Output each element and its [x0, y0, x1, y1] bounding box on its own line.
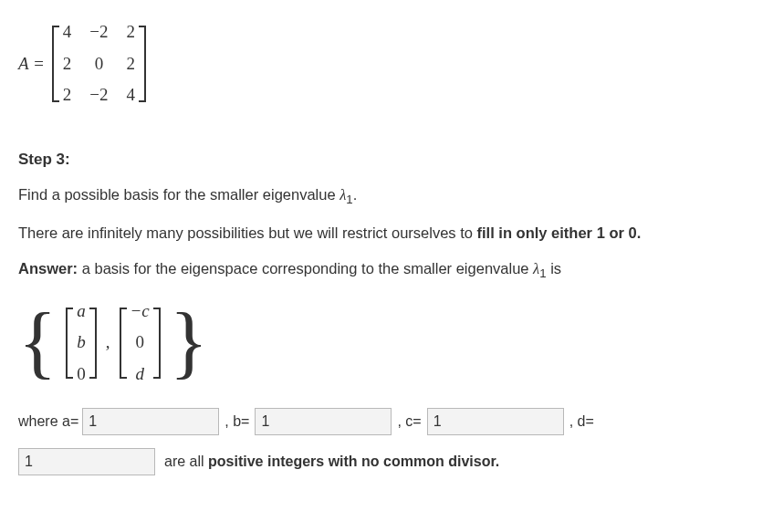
matrix-A: 4 −2 2 2 0 2 2 −2 4 — [52, 16, 146, 111]
entry: d — [121, 359, 159, 391]
answer-label: Answer: — [18, 260, 78, 276]
text-bold: fill in only either 1 or 0. — [477, 224, 642, 241]
matrix-lhs: A = — [18, 51, 45, 78]
answer-line: Answer: a basis for the eigenspace corre… — [18, 257, 755, 283]
entry: a — [68, 296, 95, 328]
input-row: where a= , b= , c= , d= — [18, 408, 755, 435]
right-bracket-icon — [159, 308, 161, 379]
right-bracket-icon — [95, 308, 97, 379]
step-title: Step 3: — [18, 148, 755, 172]
cell: 4 — [54, 16, 81, 48]
right-brace-icon: } — [170, 308, 208, 377]
cell: −2 — [80, 16, 117, 48]
text: a basis for the eigenspace corresponding… — [78, 260, 533, 276]
text: Find a possible basis for the smaller ei… — [18, 186, 339, 203]
comma: , — [106, 329, 110, 356]
left-brace-icon: { — [18, 308, 57, 377]
cell: −2 — [80, 79, 117, 111]
input-b[interactable] — [255, 408, 392, 435]
label-b: , b= — [225, 411, 249, 433]
text: is — [547, 260, 562, 276]
lambda-sub: 1 — [539, 266, 546, 280]
step-line-1: Find a possible basis for the smaller ei… — [18, 183, 755, 209]
label-a: where a= — [18, 411, 78, 433]
entry: 0 — [121, 327, 159, 359]
cell: 0 — [80, 48, 117, 80]
cell: 2 — [118, 16, 145, 48]
left-bracket-icon — [66, 308, 68, 379]
text: There are infinitely many possibilities … — [18, 224, 477, 241]
basis-vector-2: −c 0 d — [120, 296, 161, 391]
label-d: , d= — [569, 411, 594, 433]
cell: 4 — [118, 79, 145, 111]
entry: −c — [121, 296, 159, 328]
step-line-2: There are infinitely many possibilities … — [18, 222, 755, 245]
text: . — [353, 186, 358, 203]
cell: 2 — [54, 79, 81, 111]
tail-bold: positive integers with no common divisor… — [208, 454, 499, 469]
left-bracket-icon — [120, 308, 121, 379]
basis-vector-1: a b 0 — [66, 296, 97, 391]
matrix-equation: A = 4 −2 2 2 0 2 2 −2 4 — [18, 16, 755, 111]
input-d[interactable] — [18, 448, 155, 475]
input-row-2: are all positive integers with no common… — [18, 448, 755, 475]
entry: b — [68, 327, 95, 359]
cell: 2 — [54, 48, 81, 80]
entry: 0 — [68, 359, 95, 391]
input-c[interactable] — [427, 408, 564, 435]
basis-set: { a b 0 , −c 0 d } — [18, 296, 755, 391]
left-bracket-icon — [52, 26, 54, 102]
input-a[interactable] — [82, 408, 219, 435]
tail-text: are all — [164, 454, 208, 469]
cell: 2 — [118, 48, 145, 80]
label-c: , c= — [397, 411, 421, 433]
right-bracket-icon — [144, 26, 146, 102]
lambda-sub: 1 — [346, 193, 352, 206]
